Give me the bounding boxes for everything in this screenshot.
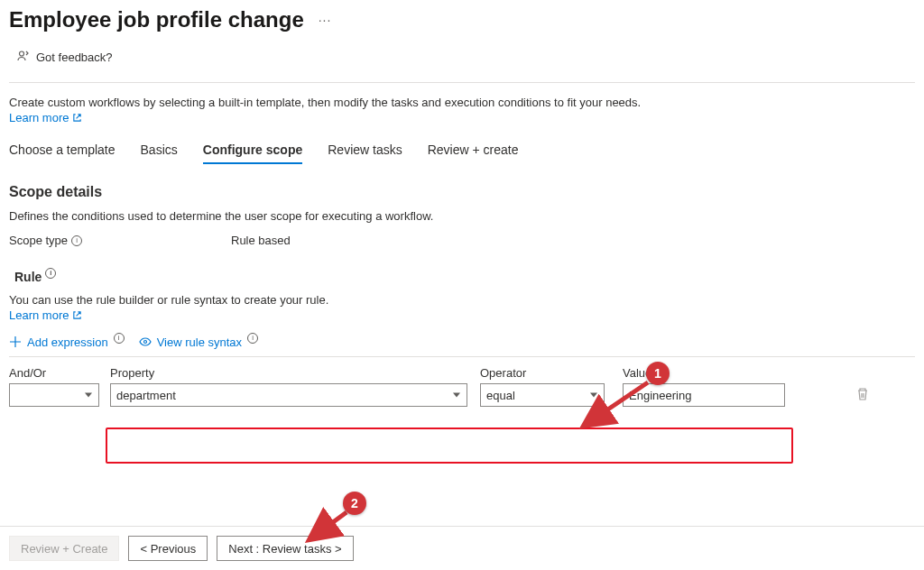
view-rule-syntax-button[interactable]: View rule syntax i [139, 335, 258, 349]
learn-more-link[interactable]: Learn more [9, 111, 82, 124]
tab-basics[interactable]: Basics [141, 142, 178, 162]
property-select[interactable]: department [110, 383, 467, 407]
svg-line-3 [312, 512, 346, 538]
external-link-icon [72, 113, 82, 123]
eye-icon [139, 336, 152, 348]
scope-details-heading: Scope details [9, 184, 915, 200]
annotation-badge-1: 1 [646, 362, 670, 385]
info-icon[interactable]: i [247, 333, 258, 344]
rule-grid-header: And/Or Property Operator Value [9, 366, 915, 380]
svg-point-0 [20, 51, 24, 56]
rule-desc: You can use the rule builder or rule syn… [9, 293, 915, 307]
annotation-arrow-1 [578, 377, 651, 429]
view-rule-syntax-label: View rule syntax [157, 336, 242, 349]
add-expression-label: Add expression [27, 336, 108, 349]
feedback-icon [16, 49, 31, 66]
learn-more-label: Learn more [9, 111, 69, 124]
delete-rule-button[interactable] [855, 387, 870, 404]
page-title: Employee job profile change [9, 7, 304, 32]
annotation-badge-2: 2 [343, 492, 366, 515]
svg-line-2 [587, 382, 648, 424]
review-create-button: Review + Create [9, 536, 119, 561]
header-property: Property [110, 366, 480, 380]
external-link-icon [72, 310, 82, 320]
tab-choose-template[interactable]: Choose a template [9, 142, 116, 162]
annotation-arrow-2 [305, 507, 352, 543]
tab-review-tasks[interactable]: Review tasks [328, 142, 402, 162]
tab-review-create[interactable]: Review + create [428, 142, 519, 162]
andor-select[interactable] [9, 383, 99, 407]
annotation-highlight [106, 428, 793, 464]
trash-icon [855, 387, 870, 401]
add-expression-button[interactable]: Add expression i [9, 335, 125, 349]
scope-type-label: Scope type [9, 234, 68, 247]
svg-point-1 [143, 341, 146, 344]
rule-learn-more-link[interactable]: Learn more [9, 308, 82, 322]
tabs: Choose a template Basics Configure scope… [9, 142, 915, 162]
divider [9, 82, 915, 83]
info-icon[interactable]: i [45, 268, 56, 279]
rule-row: department equal [9, 383, 915, 407]
more-menu[interactable]: ··· [315, 13, 336, 27]
plus-icon [9, 336, 22, 348]
rule-heading: Rule [14, 270, 42, 284]
previous-button[interactable]: < Previous [128, 536, 208, 561]
intro-text: Create custom workflows by selecting a b… [9, 96, 915, 109]
feedback-label: Got feedback? [36, 51, 113, 64]
header-andor: And/Or [9, 366, 110, 380]
feedback-link[interactable]: Got feedback? [16, 49, 915, 66]
info-icon[interactable]: i [71, 235, 82, 246]
rule-learn-more-label: Learn more [9, 308, 69, 322]
scope-details-desc: Defines the conditions used to determine… [9, 209, 915, 223]
info-icon[interactable]: i [114, 333, 125, 344]
divider [9, 356, 915, 357]
scope-type-value: Rule based [231, 234, 291, 247]
footer: Review + Create < Previous Next : Review… [0, 526, 924, 570]
tab-configure-scope[interactable]: Configure scope [203, 142, 302, 162]
